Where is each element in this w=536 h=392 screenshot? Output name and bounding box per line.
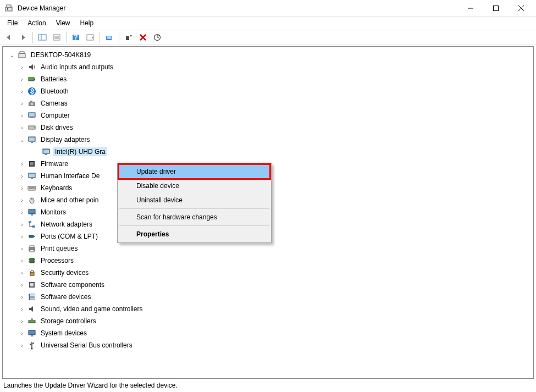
expander-icon[interactable]: › [18, 281, 26, 289]
expander-icon[interactable]: › [18, 172, 26, 180]
camera-icon [27, 98, 37, 108]
tree-item-intel-uhd[interactable]: ›Intel(R) UHD Gra [8, 146, 533, 158]
svg-rect-38 [31, 142, 33, 143]
ctx-separator [119, 225, 269, 226]
tree-item-storage[interactable]: ›Storage controllers [8, 315, 533, 327]
expander-icon[interactable]: › [18, 184, 26, 192]
ctx-disable-device[interactable]: Disable device [119, 179, 270, 193]
disk-icon [27, 123, 37, 132]
svg-rect-43 [30, 162, 34, 165]
tree-item-label: Audio inputs and outputs [39, 63, 115, 71]
tree-item-label: Bluetooth [39, 87, 70, 96]
svg-rect-30 [30, 101, 32, 102]
expander-icon[interactable]: › [18, 196, 26, 204]
ctx-uninstall-device[interactable]: Uninstall device [119, 193, 270, 207]
expander-icon[interactable]: › [18, 293, 26, 301]
tree-item-swcomponents[interactable]: ›Software components [8, 279, 533, 291]
expander-icon[interactable]: › [18, 112, 26, 119]
menu-file[interactable]: File [2, 18, 23, 29]
menu-action[interactable]: Action [23, 18, 51, 29]
tree-item-disk[interactable]: ›Disk drives [8, 122, 533, 134]
tree-root[interactable]: ⌄ DESKTOP-504K819 [8, 49, 533, 61]
show-hide-tree-button[interactable] [36, 31, 49, 43]
tree-item-label: Keyboards [39, 184, 74, 192]
tree-item-label: Computer [39, 111, 71, 120]
usb-icon [27, 340, 37, 350]
expander-icon[interactable]: › [18, 233, 26, 240]
expander-icon[interactable]: › [18, 341, 26, 349]
tree-item-print[interactable]: ›Print queues [8, 242, 533, 255]
tree-item-label: Universal Serial Bus controllers [39, 341, 134, 350]
ctx-scan-hardware[interactable]: Scan for hardware changes [119, 210, 270, 224]
back-button[interactable] [2, 31, 15, 43]
close-button[interactable] [509, 0, 534, 16]
maximize-button[interactable] [483, 0, 509, 16]
window-title: Device Manager [18, 4, 458, 12]
uninstall-device-button[interactable] [136, 31, 150, 43]
tree-item-cameras[interactable]: ›Cameras [8, 97, 533, 109]
tree-item-usb[interactable]: ›Universal Serial Bus controllers [8, 339, 533, 351]
tree-item-processors[interactable]: ›Processors [8, 255, 533, 267]
tree-item-swdevices[interactable]: ›▤Software devices [8, 291, 533, 303]
svg-rect-51 [29, 209, 35, 214]
expander-icon[interactable]: › [18, 220, 26, 228]
tree-item-label: Monitors [39, 208, 68, 217]
expander-icon[interactable]: › [18, 75, 26, 83]
tree-item-security[interactable]: ›Security devices [8, 267, 533, 279]
expander-icon[interactable]: › [18, 160, 26, 168]
title-bar: Device Manager [0, 0, 536, 16]
software-component-icon [27, 280, 37, 290]
expander-icon[interactable]: › [18, 257, 26, 264]
svg-text:?: ? [74, 34, 78, 41]
expander-icon[interactable]: › [18, 305, 26, 313]
ctx-update-driver[interactable]: Update driver [119, 164, 270, 179]
expander-icon[interactable]: › [18, 317, 26, 325]
display-adapter-icon [41, 147, 51, 157]
bluetooth-icon [27, 86, 37, 96]
scan-hardware-button[interactable] [151, 31, 164, 43]
enable-device-button[interactable] [122, 31, 135, 43]
svg-rect-5 [494, 5, 499, 10]
device-manager-icon [4, 4, 13, 13]
expander-icon[interactable]: › [18, 269, 26, 277]
svg-rect-52 [31, 214, 33, 216]
storage-icon [27, 316, 37, 326]
svg-rect-67 [30, 283, 34, 286]
ports-icon [27, 231, 37, 241]
toolbar-sep [66, 32, 67, 43]
scan-button[interactable] [84, 31, 97, 43]
expander-icon[interactable]: › [18, 87, 26, 95]
sound-icon [27, 304, 37, 314]
minimize-button[interactable] [458, 0, 483, 16]
tree-item-system[interactable]: ›System devices [8, 327, 533, 339]
svg-rect-24 [20, 52, 24, 53]
expander-icon[interactable]: › [18, 208, 26, 216]
tree-item-batteries[interactable]: ›Batteries [8, 73, 533, 85]
expander-icon[interactable]: › [18, 245, 26, 252]
help-button[interactable]: ? [69, 31, 82, 43]
expander-icon[interactable]: › [18, 63, 26, 71]
status-text: Launches the Update Driver Wizard for th… [3, 382, 178, 389]
menu-view[interactable]: View [51, 18, 75, 29]
menu-help[interactable]: Help [75, 18, 99, 29]
expander-icon[interactable]: › [18, 100, 26, 107]
properties-button[interactable] [50, 31, 63, 43]
svg-rect-23 [19, 53, 25, 58]
update-driver-button[interactable] [103, 31, 116, 43]
forward-button[interactable] [16, 31, 30, 43]
keyboard-icon [27, 183, 37, 193]
svg-rect-65 [30, 272, 34, 275]
expander-icon[interactable]: ⌄ [18, 136, 26, 143]
svg-point-75 [31, 348, 33, 350]
expander-icon[interactable]: › [18, 329, 26, 337]
expander-icon[interactable]: › [18, 124, 26, 131]
tree-item-display-adapters[interactable]: ⌄Display adapters [8, 134, 533, 146]
tree-item-computer[interactable]: ›Computer [8, 109, 533, 122]
tree-item-audio[interactable]: ›Audio inputs and outputs [8, 61, 533, 73]
tree-item-label: Network adapters [39, 220, 94, 229]
tree-item-sound[interactable]: ›Sound, video and game controllers [8, 303, 533, 315]
ctx-properties[interactable]: Properties [119, 227, 270, 241]
expander-icon[interactable]: ⌄ [8, 51, 16, 59]
tree-item-bluetooth[interactable]: ›Bluetooth [8, 85, 533, 97]
firmware-icon [27, 159, 37, 169]
